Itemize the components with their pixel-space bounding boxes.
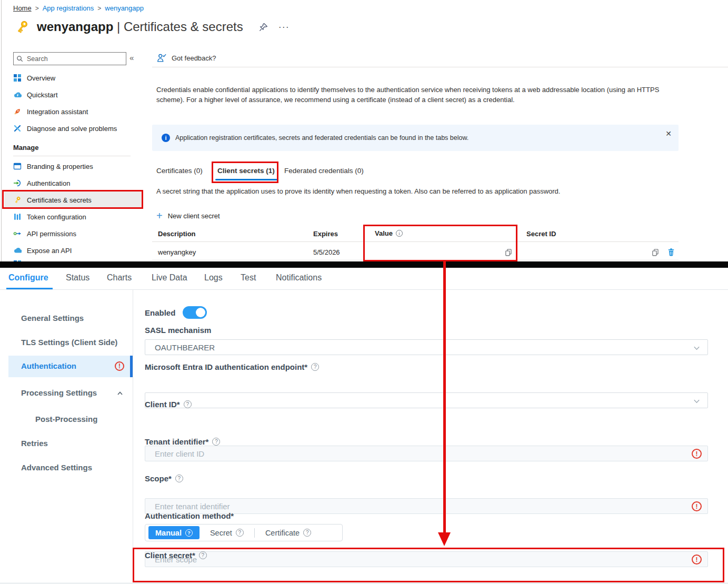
tab-federated-credentials[interactable]: Federated credentials (0) bbox=[284, 167, 364, 175]
tab-certificates[interactable]: Certificates (0) bbox=[156, 167, 203, 175]
login-arrow-icon bbox=[13, 179, 22, 187]
col-header-description: Description bbox=[158, 230, 196, 238]
rocket-icon bbox=[13, 107, 22, 116]
key-icon bbox=[14, 19, 30, 35]
tab-live-data[interactable]: Live Data bbox=[152, 273, 187, 283]
toggle-knob bbox=[196, 308, 205, 317]
client-secret-help-icon[interactable]: ? bbox=[199, 551, 207, 559]
enabled-label: Enabled bbox=[145, 308, 175, 317]
sidebar-item-integration-assistant[interactable]: Integration assistant bbox=[4, 103, 142, 120]
bottom-divider bbox=[0, 583, 728, 583]
sidebar-item-processing-settings[interactable]: Processing Settings bbox=[21, 388, 97, 397]
value-info-icon[interactable]: i bbox=[396, 230, 403, 237]
col-header-value-label: Value bbox=[375, 229, 393, 237]
sasl-mechanism-label: SASL mechanism bbox=[145, 326, 211, 335]
got-feedback-label: Got feedback? bbox=[172, 54, 216, 62]
more-options-icon[interactable]: ··· bbox=[278, 22, 290, 33]
screenshot-divider bbox=[0, 261, 728, 268]
azure-sidebar-nav: Overview Quickstart Integration assistan… bbox=[4, 69, 142, 137]
method-manual-button[interactable]: Manual ? bbox=[148, 526, 200, 539]
chevron-down-icon bbox=[693, 397, 701, 405]
tab-status[interactable]: Status bbox=[66, 273, 89, 283]
method-certificate-button[interactable]: Certificate ? bbox=[255, 529, 322, 537]
browser-icon bbox=[13, 162, 22, 170]
sasl-mechanism-value: OAUTHBEARER bbox=[155, 343, 215, 352]
sidebar-item-tls-settings[interactable]: TLS Settings (Client Side) bbox=[21, 338, 117, 347]
sidebar-item-label: Quickstart bbox=[27, 91, 58, 99]
tab-logs[interactable]: Logs bbox=[204, 273, 223, 283]
client-id-label-row: Client ID* ? bbox=[145, 400, 192, 409]
header-divider bbox=[152, 67, 728, 67]
client-id-error-icon: ! bbox=[692, 449, 702, 459]
sidebar-item-label: Overview bbox=[27, 74, 55, 82]
col-header-expires: Expires bbox=[313, 230, 338, 238]
manual-help-icon[interactable]: ? bbox=[185, 529, 193, 537]
sidebar-item-label: Token configuration bbox=[27, 213, 86, 221]
method-manual-label: Manual bbox=[155, 529, 182, 537]
left-edge-divider bbox=[1, 0, 2, 262]
secret-help-icon[interactable]: ? bbox=[236, 529, 244, 537]
enabled-toggle[interactable] bbox=[183, 306, 207, 319]
client-secret-note: A secret string that the application use… bbox=[156, 187, 560, 195]
breadcrumb-wenyangapp-link[interactable]: wenyangapp bbox=[105, 4, 144, 12]
endpoint-help-icon[interactable]: ? bbox=[311, 363, 319, 371]
sidebar-item-post-processing[interactable]: Post-Processing bbox=[35, 415, 97, 423]
breadcrumb-separator: > bbox=[94, 5, 105, 12]
sidebar-item-general-settings[interactable]: General Settings bbox=[21, 314, 84, 322]
info-banner-text: Application registration certificates, s… bbox=[175, 134, 468, 142]
tab-test[interactable]: Test bbox=[241, 273, 256, 283]
annotation-arrow-head bbox=[438, 532, 451, 546]
table-row-divider bbox=[152, 260, 679, 260]
tab-notifications[interactable]: Notifications bbox=[276, 273, 322, 283]
sidebar-item-certificates-secrets[interactable]: Certificates & secrets bbox=[4, 191, 142, 208]
cloud-bolt-icon bbox=[13, 90, 22, 99]
sidebar-item-branding[interactable]: Branding & properties bbox=[4, 158, 142, 175]
sidebar-item-overview[interactable]: Overview bbox=[4, 69, 142, 86]
sidebar-item-label: API permissions bbox=[27, 230, 76, 238]
sidebar-item-expose-api[interactable]: Expose an API bbox=[4, 242, 142, 259]
scope-input[interactable] bbox=[145, 555, 660, 564]
scope-help-icon[interactable]: ? bbox=[175, 475, 183, 482]
sidebar-item-label: Integration assistant bbox=[27, 108, 88, 116]
sidebar-item-quickstart[interactable]: Quickstart bbox=[4, 86, 142, 103]
chevron-up-icon[interactable] bbox=[116, 390, 124, 397]
client-id-help-icon[interactable]: ? bbox=[184, 400, 192, 408]
client-id-field: ! bbox=[145, 446, 708, 461]
sidebar-item-advanced-settings[interactable]: Advanced Settings bbox=[21, 463, 92, 472]
sidebar-item-diagnose[interactable]: Diagnose and solve problems bbox=[4, 120, 142, 137]
sasl-mechanism-select[interactable]: OAUTHBEARER bbox=[145, 339, 708, 355]
certificate-help-icon[interactable]: ? bbox=[303, 529, 311, 537]
api-arrow-icon bbox=[13, 229, 22, 238]
tab-client-secrets[interactable]: Client secrets (1) bbox=[217, 167, 275, 175]
scope-error-icon: ! bbox=[692, 554, 702, 564]
sidebar-item-retries[interactable]: Retries bbox=[21, 439, 48, 448]
breadcrumb-home-link[interactable]: Home bbox=[13, 4, 32, 12]
tenant-help-icon[interactable]: ? bbox=[212, 438, 220, 446]
sidebar-item-token-configuration[interactable]: Token configuration bbox=[4, 208, 142, 225]
sidebar-item-authentication[interactable]: Authentication ! bbox=[8, 356, 133, 377]
tab-configure[interactable]: Configure bbox=[8, 273, 48, 283]
tenant-identifier-input[interactable] bbox=[145, 502, 660, 511]
pin-icon[interactable] bbox=[258, 22, 268, 32]
method-certificate-label: Certificate bbox=[265, 529, 300, 537]
endpoint-select[interactable] bbox=[145, 392, 708, 408]
feedback-person-icon bbox=[156, 53, 167, 63]
banner-close-icon[interactable]: ✕ bbox=[665, 129, 672, 138]
method-secret-button[interactable]: Secret ? bbox=[200, 529, 254, 537]
new-client-secret-label: New client secret bbox=[168, 212, 220, 220]
new-client-secret-button[interactable]: + New client secret bbox=[156, 211, 220, 220]
client-id-input[interactable] bbox=[145, 449, 660, 458]
copy-value-icon[interactable] bbox=[504, 248, 513, 257]
copy-secret-id-icon[interactable] bbox=[651, 248, 660, 257]
breadcrumb-app-registrations-link[interactable]: App registrations bbox=[43, 4, 94, 12]
collapse-sidebar-chevron[interactable]: « bbox=[129, 53, 134, 62]
search-input[interactable] bbox=[26, 55, 112, 63]
key-icon bbox=[13, 196, 22, 204]
sidebar-item-api-permissions[interactable]: API permissions bbox=[4, 225, 142, 242]
sidebar-item-authentication[interactable]: Authentication bbox=[4, 175, 142, 191]
sidebar-divider bbox=[13, 156, 131, 156]
sidebar-item-label: Diagnose and solve problems bbox=[27, 125, 117, 133]
got-feedback-button[interactable]: Got feedback? bbox=[156, 53, 216, 63]
tab-charts[interactable]: Charts bbox=[107, 273, 132, 283]
delete-secret-icon[interactable] bbox=[666, 247, 676, 257]
